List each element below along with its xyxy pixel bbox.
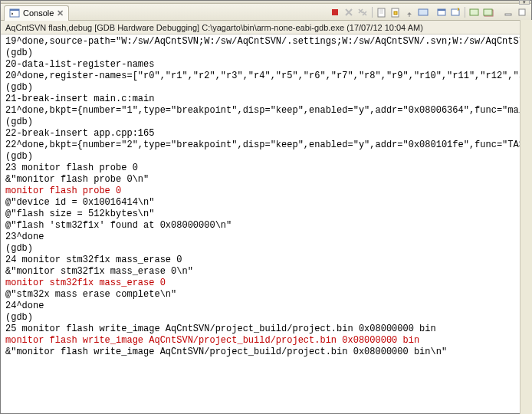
show-stdout-button[interactable]	[468, 6, 481, 18]
console-line: (gdb)	[5, 82, 527, 94]
console-line: monitor stm32f1x mass_erase 0	[5, 278, 527, 289]
pin-console-button[interactable]	[403, 6, 415, 18]
console-line: @"flash 'stm32f1x' found at 0x08000000\n…	[5, 220, 527, 232]
console-line: 22^done,bkpt={number="2",type="breakpoin…	[5, 140, 527, 151]
new-console-button[interactable]	[449, 6, 461, 18]
close-icon[interactable]: ✕	[57, 8, 64, 18]
console-line: 21-break-insert main.c:main	[5, 94, 527, 105]
console-line: (gdb)	[5, 243, 527, 255]
maximize-view-button[interactable]	[516, 6, 528, 18]
console-output[interactable]: 19^done,source-path="W:/sw/AqCntSVN;W:/s…	[1, 34, 531, 413]
remove-launch-button[interactable]	[343, 6, 355, 18]
console-line: @"device id = 0x10016414\n"	[5, 197, 527, 209]
console-line: 21^done,bkpt={number="1",type="breakpoin…	[5, 105, 527, 117]
scroll-lock-button[interactable]	[389, 6, 402, 18]
console-line: 20^done,register-names=["r0","r1","r2","…	[5, 71, 527, 82]
console-line: 25 monitor flash write_image AqCntSVN/pr…	[5, 324, 527, 335]
show-stderr-button[interactable]	[482, 6, 494, 18]
console-line: 23^done	[5, 232, 527, 243]
console-line: 22-break-insert app.cpp:165	[5, 128, 527, 140]
console-line: &"monitor flash write_image AqCntSVN/pro…	[5, 347, 527, 358]
console-line: 24 monitor stm32f1x mass_erase 0	[5, 255, 527, 266]
console-line: @"flash size = 512kbytes\n"	[5, 209, 527, 220]
vertical-scrollbar[interactable]	[520, 20, 532, 414]
svg-rect-1	[10, 9, 19, 11]
sash-strip[interactable]: ▾	[1, 1, 531, 4]
minimize-view-button[interactable]	[502, 6, 514, 18]
svg-rect-8	[438, 9, 445, 11]
console-line: 19^done,source-path="W:/sw/AqCntSVN;W:/s…	[5, 36, 527, 48]
console-line: (gdb)	[5, 48, 527, 59]
remove-all-button[interactable]	[356, 6, 369, 18]
console-tab-label: Console	[23, 8, 54, 18]
console-line: 20-data-list-register-names	[5, 59, 527, 71]
svg-rect-14	[519, 9, 525, 15]
console-line: @"stm32x mass erase complete\n"	[5, 289, 527, 301]
console-tab[interactable]: Console ✕	[4, 5, 69, 21]
console-line: monitor flash write_image AqCntSVN/proje…	[5, 335, 527, 347]
svg-rect-2	[332, 9, 338, 15]
svg-rect-6	[419, 9, 428, 15]
view-tabbar: Console ✕	[1, 4, 531, 21]
svg-rect-10	[470, 9, 478, 15]
console-line: &"monitor stm32f1x mass_erase 0\n"	[5, 266, 527, 278]
console-view-frame: ▾ Console ✕	[0, 0, 532, 414]
console-toolbar	[329, 6, 528, 18]
console-line: 24^done	[5, 301, 527, 312]
clear-console-button[interactable]	[376, 6, 388, 18]
svg-rect-5	[394, 12, 397, 15]
display-selected-button[interactable]	[417, 6, 429, 18]
svg-rect-12	[484, 9, 492, 15]
svg-rect-13	[505, 14, 511, 15]
console-line: &"monitor flash probe 0\n"	[5, 174, 527, 186]
open-console-button[interactable]	[435, 6, 448, 18]
console-line: (gdb)	[5, 117, 527, 128]
console-line: (gdb)	[5, 312, 527, 324]
console-line: monitor flash probe 0	[5, 186, 527, 197]
terminate-button[interactable]	[329, 6, 341, 18]
console-line: (gdb)	[5, 151, 527, 163]
console-line: 23 monitor flash probe 0	[5, 163, 527, 174]
console-icon	[9, 8, 20, 18]
collapse-icon[interactable]: ▾	[519, 0, 530, 5]
launch-description: AqCntSVN flash,debug [GDB Hardware Debug…	[1, 21, 531, 34]
